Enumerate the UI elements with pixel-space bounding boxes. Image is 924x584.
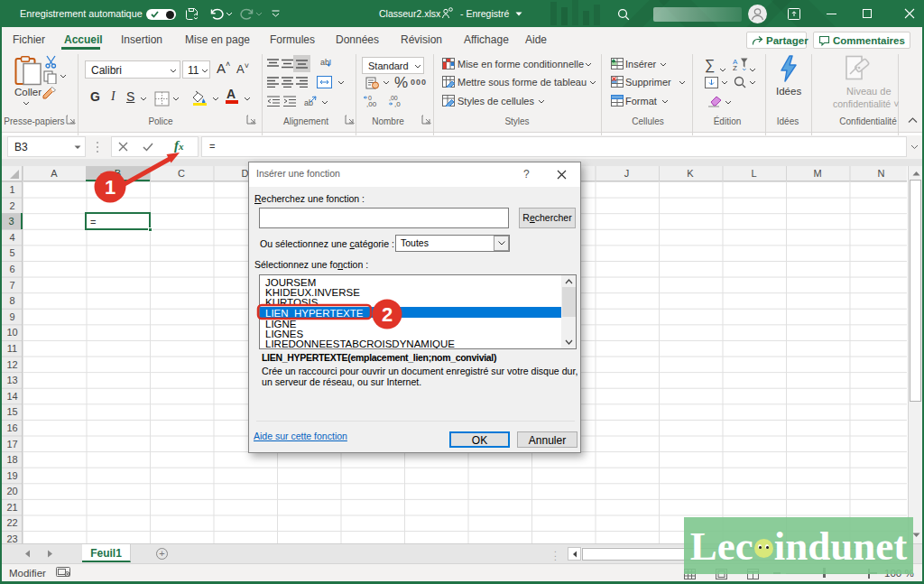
svg-text:1: 1	[105, 176, 116, 199]
svg-text:2: 2	[382, 303, 393, 326]
